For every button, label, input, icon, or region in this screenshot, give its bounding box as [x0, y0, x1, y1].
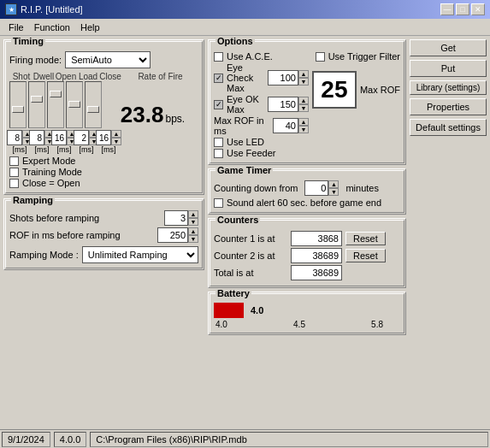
maximize-button[interactable]: □ — [456, 3, 469, 15]
rof-before-label: ROF in ms before ramping — [9, 230, 154, 240]
rof-before-up[interactable]: ▲ — [188, 227, 198, 235]
shots-before-up[interactable]: ▲ — [188, 210, 198, 218]
total-label: Total is at — [214, 268, 291, 278]
max-rof-display: 25 — [312, 71, 357, 109]
load-slider[interactable] — [66, 81, 83, 128]
shots-before-label: Shots before ramping — [9, 213, 161, 223]
eye-ok-max-input[interactable] — [268, 97, 298, 112]
dwell-slider[interactable] — [28, 81, 45, 128]
training-mode-label: Training Mode — [22, 167, 82, 177]
counter1-value: 3868 — [291, 231, 342, 246]
use-feeder-checkbox[interactable] — [214, 149, 223, 158]
load-unit: [ms] — [80, 145, 94, 154]
rate-of-fire-value: 23.8 — [121, 102, 164, 128]
open-unit: [ms] — [57, 145, 72, 154]
minimize-button[interactable]: — — [440, 3, 454, 15]
trigger-filter-checkbox[interactable] — [316, 52, 325, 62]
expert-mode-checkbox[interactable] — [9, 156, 19, 166]
minutes-input[interactable] — [304, 180, 328, 196]
eye-check-max-checkbox[interactable]: ✓ — [214, 74, 223, 83]
firing-mode-label: Firing mode: — [9, 55, 62, 65]
max-rof-down[interactable]: ▼ — [298, 126, 309, 133]
battery-label: Battery — [215, 288, 251, 298]
status-version: 4.0.0 — [54, 432, 86, 447]
default-settings-button[interactable]: Default settings — [410, 119, 487, 136]
counter1-reset-button[interactable]: Reset — [345, 232, 386, 245]
rate-of-fire-label: Rate of Fire — [138, 72, 182, 81]
counter1-label: Counter 1 is at — [214, 233, 291, 244]
close-slider[interactable] — [85, 81, 102, 128]
max-rof-up[interactable]: ▲ — [298, 118, 309, 126]
close-spin-up[interactable]: ▲ — [111, 130, 121, 138]
sound-alert-label: Sound alert 60 sec. before game end — [227, 197, 381, 208]
counting-down-label: Counting down from — [214, 183, 298, 193]
eye-check-max-input[interactable] — [268, 70, 298, 85]
ramping-label: Ramping — [11, 195, 55, 205]
timing-group: Timing Firing mode: SemiAuto Auto Burst — [5, 41, 203, 193]
close-equals-open-checkbox[interactable] — [9, 179, 19, 188]
shot-slider[interactable] — [9, 81, 27, 128]
ramping-group: Ramping Shots before ramping ▲ ▼ ROF i — [5, 200, 203, 268]
open-spin-input[interactable] — [51, 130, 67, 145]
close-unit: [ms] — [102, 145, 116, 154]
timing-label: Timing — [11, 36, 45, 46]
use-led-checkbox[interactable] — [214, 138, 223, 147]
load-spin-input[interactable] — [74, 130, 89, 145]
shot-label: Shot — [13, 72, 31, 81]
shot-spin-input[interactable] — [7, 130, 22, 145]
close-spin-down[interactable]: ▼ — [111, 138, 121, 145]
minutes-down[interactable]: ▼ — [328, 188, 339, 196]
shots-before-down[interactable]: ▼ — [188, 218, 198, 226]
battery-scale-max: 5.8 — [371, 320, 383, 329]
use-led-label: Use LED — [227, 137, 264, 147]
use-ace-checkbox[interactable] — [214, 52, 223, 62]
game-timer-group: Game Timer Counting down from ▲ ▼ minute… — [210, 170, 404, 213]
open-slider[interactable] — [47, 81, 64, 128]
app-icon: ★ — [5, 3, 17, 15]
battery-scale-min: 4.0 — [215, 320, 227, 329]
get-button[interactable]: Get — [410, 39, 487, 56]
menu-file[interactable]: File — [3, 21, 29, 33]
menu-function[interactable]: Function — [29, 21, 75, 33]
options-group: Options Use A.C.E. ✓ Eye Check Max — [210, 41, 404, 163]
status-bar: 9/1/2024 4.0.0 C:\Program Files (x86)\RI… — [0, 429, 490, 448]
menu-help[interactable]: Help — [75, 21, 105, 33]
rof-before-down[interactable]: ▼ — [188, 235, 198, 243]
dwell-spin-input[interactable] — [29, 130, 44, 145]
status-date: 9/1/2024 — [2, 432, 50, 447]
use-feeder-label: Use Feeder — [227, 148, 275, 158]
eye-ok-down[interactable]: ▼ — [298, 104, 309, 112]
counter2-reset-button[interactable]: Reset — [345, 249, 386, 262]
sound-alert-checkbox[interactable] — [214, 198, 223, 208]
properties-button[interactable]: Properties — [410, 98, 487, 115]
options-label: Options — [215, 36, 255, 46]
rate-unit: bps. — [165, 113, 185, 125]
put-button[interactable]: Put — [410, 60, 487, 77]
counter2-label: Counter 2 is at — [214, 251, 291, 261]
window-title: R.I.P. [Untitled] — [21, 4, 83, 15]
eye-ok-max-checkbox[interactable]: ✓ — [214, 100, 223, 109]
max-rof-label: Max ROF in ms — [214, 115, 266, 136]
counter2-value: 38689 — [291, 248, 342, 263]
status-path: C:\Program Files (x86)\RIP\RIP.mdb — [90, 432, 488, 447]
shots-before-input[interactable] — [164, 210, 188, 226]
firing-mode-select[interactable]: SemiAuto Auto Burst — [65, 51, 151, 68]
open-label: Open — [56, 72, 76, 81]
eye-check-down[interactable]: ▼ — [298, 78, 309, 85]
close-label: Close — [99, 72, 121, 81]
eye-check-up[interactable]: ▲ — [298, 70, 309, 78]
max-rof-input[interactable] — [273, 118, 298, 133]
minutes-up[interactable]: ▲ — [328, 180, 339, 188]
eye-check-max-label: Eye Check Max — [227, 62, 263, 93]
library-settings-button[interactable]: Library (settings) — [410, 80, 487, 95]
close-button[interactable]: ✕ — [471, 3, 485, 15]
eye-ok-up[interactable]: ▲ — [298, 97, 309, 104]
ramping-mode-label: Ramping Mode : — [9, 250, 79, 260]
training-mode-checkbox[interactable] — [9, 168, 19, 177]
rof-before-input[interactable] — [157, 227, 188, 243]
ramping-mode-select[interactable]: Unlimited Ramping Linear Progressive — [82, 246, 198, 263]
close-spin-input[interactable] — [96, 130, 111, 145]
title-bar: ★ R.I.P. [Untitled] — □ ✕ — [0, 0, 490, 19]
trigger-filter-label: Use Trigger Filter — [328, 51, 400, 62]
total-value: 38689 — [291, 265, 342, 280]
